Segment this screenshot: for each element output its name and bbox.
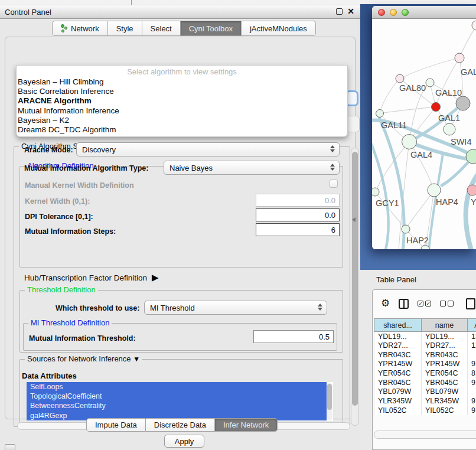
tab-network[interactable]: Network — [52, 21, 108, 36]
table-cell[interactable] — [468, 350, 476, 360]
column-header-cut[interactable]: A — [468, 319, 476, 332]
network-window-titlebar[interactable] — [372, 6, 476, 19]
minimize-traffic-light[interactable] — [390, 9, 397, 16]
node-hap4[interactable] — [428, 184, 441, 197]
table-cell[interactable]: YDL19... — [374, 332, 422, 341]
table-cell[interactable]: 8. — [468, 369, 476, 378]
table-row[interactable]: YPR145WYPR145W9. — [374, 360, 476, 369]
network-canvas[interactable]: GAL80GAL10GALGAL1GAL11SWI4GAL4GCY1HAP4YH… — [372, 19, 476, 249]
manual-kernel-checkbox[interactable] — [330, 180, 338, 188]
table-cell[interactable]: 9 — [468, 406, 476, 415]
columns-icon[interactable] — [399, 299, 409, 309]
node-hap2[interactable] — [402, 225, 410, 233]
node-gcy1[interactable] — [372, 188, 379, 196]
table-cell[interactable]: YDR27... — [422, 341, 468, 350]
tab-impute-data[interactable]: Impute Data — [86, 418, 146, 432]
table-cell[interactable]: YDL19... — [422, 332, 468, 341]
node-bottom[interactable] — [421, 245, 429, 249]
node-gray-gal10[interactable] — [456, 96, 470, 110]
dpi-tolerance-field[interactable]: 0.0 — [256, 208, 340, 221]
algorithm-option[interactable]: Mutual Information Inference — [17, 106, 347, 116]
zoom-traffic-light[interactable] — [402, 9, 409, 16]
algorithm-option[interactable]: ARACNE Algorithm — [17, 96, 347, 106]
tab-discretize-data[interactable]: Discretize Data — [146, 418, 215, 432]
node-table[interactable]: shared... name A YDL19...YDL19...13YDR27… — [374, 318, 476, 415]
table-row[interactable]: YBR043CYBR043C — [374, 350, 476, 360]
table-row[interactable]: YBL079WYBL079W — [374, 387, 476, 397]
mi-type-combo[interactable]: Naive Bayes — [164, 161, 340, 175]
table-row[interactable]: YDL19...YDL19...13 — [374, 332, 476, 341]
tab-infer-network[interactable]: Infer Network — [215, 418, 278, 432]
table-row[interactable]: YLR345WYLR345W9. — [374, 396, 476, 406]
kernel-width-field[interactable]: 0.0 — [256, 194, 340, 207]
attr-list-scrollbar[interactable] — [327, 383, 332, 420]
table-row[interactable]: YIL052CYIL052C9 — [374, 406, 476, 415]
node-gal11[interactable] — [376, 110, 384, 118]
tab-style[interactable]: Style — [108, 21, 142, 36]
node-green-top[interactable] — [426, 79, 434, 87]
table-row[interactable]: YER054CYER054C8. — [374, 369, 476, 378]
algorithm-option[interactable]: Bayesian – Hill Climbing — [17, 77, 347, 87]
close-icon[interactable]: ✕ — [347, 7, 354, 15]
table-cell[interactable]: 12 — [468, 341, 476, 350]
network-view-window[interactable]: GAL80GAL10GALGAL1GAL11SWI4GAL4GCY1HAP4YH… — [372, 6, 476, 249]
data-attribute-item[interactable]: SelfLoops — [27, 382, 327, 392]
data-attribute-item[interactable]: TopologicalCoefficient — [27, 392, 327, 401]
settings-scrollbar[interactable] — [351, 148, 359, 426]
table-cell[interactable]: YER054C — [422, 369, 468, 378]
algorithm-option[interactable]: Bayesian – K2 — [17, 116, 347, 125]
expand-arrow-icon[interactable]: ▼ — [133, 355, 140, 363]
table-cell[interactable]: YPR145W — [374, 360, 422, 369]
node-gal4[interactable] — [402, 135, 417, 149]
node-gal80[interactable] — [396, 74, 404, 83]
table-cell[interactable]: 9. — [468, 378, 476, 387]
tab-cyni-toolbox[interactable]: Cyni Toolbox — [181, 21, 242, 36]
table-cell[interactable]: YLR345W — [374, 396, 422, 406]
file-icon[interactable] — [466, 298, 475, 309]
node-red[interactable] — [432, 103, 441, 112]
table-hscrollbar[interactable] — [374, 431, 476, 439]
table-cell[interactable]: YBR045C — [422, 378, 468, 387]
table-cell[interactable]: YIL052C — [422, 406, 468, 415]
hub-definition-toggle[interactable]: Hub/Transcription Factor Definition ▶ — [24, 272, 159, 283]
table-cell[interactable]: YBL079W — [374, 387, 422, 397]
node-pink-top[interactable] — [455, 53, 464, 63]
table-cell[interactable]: 9. — [468, 360, 476, 369]
table-cell[interactable]: 13 — [468, 332, 476, 341]
algorithm-option[interactable]: Basic Correlation Inference — [17, 87, 347, 96]
mi-steps-field[interactable]: 6 — [256, 223, 340, 236]
table-row[interactable]: YDR27...YDR27...12 — [374, 341, 476, 350]
table-cell[interactable]: 9. — [468, 396, 476, 406]
data-attribute-item[interactable]: BetweennessCentrality — [27, 401, 327, 410]
column-header-shared-name[interactable]: shared... — [374, 319, 422, 332]
table-cell[interactable]: YBR045C — [374, 378, 422, 387]
table-cell[interactable]: YIL052C — [374, 406, 422, 415]
node-gal1[interactable] — [444, 123, 455, 135]
table-cell[interactable]: YBL079W — [422, 387, 468, 397]
select-all-checks-icon[interactable]: ✓ ✓ — [418, 301, 431, 306]
table-cell[interactable]: YBR043C — [422, 350, 468, 360]
algorithm-dropdown[interactable]: Select algorithm to view settings Bayesi… — [16, 65, 348, 137]
table-row[interactable]: YBR045CYBR045C9. — [374, 378, 476, 387]
table-cell[interactable]: YPR145W — [422, 360, 468, 369]
settings-scrollbar-thumb[interactable] — [352, 152, 358, 406]
mi-threshold-field[interactable]: 0.5 — [253, 330, 334, 343]
which-threshold-combo[interactable]: MI Threshold — [144, 301, 327, 315]
table-cell[interactable] — [468, 387, 476, 397]
tab-select[interactable]: Select — [142, 21, 181, 36]
float-window-icon[interactable] — [336, 8, 343, 15]
table-cell[interactable]: YBR043C — [374, 350, 422, 360]
attr-list-scrollbar-thumb[interactable] — [327, 384, 332, 410]
table-cell[interactable]: YDR27... — [374, 341, 422, 350]
column-header-name[interactable]: name — [422, 319, 468, 332]
apply-button[interactable]: Apply — [164, 435, 204, 448]
table-cell[interactable]: YLR345W — [422, 396, 468, 406]
table-cell[interactable]: YER054C — [374, 369, 422, 378]
close-traffic-light[interactable] — [378, 9, 385, 16]
algorithm-option[interactable]: Dream8 DC_TDC Algorithm — [17, 125, 347, 135]
node-pink-right[interactable] — [467, 185, 476, 195]
splitter-arrow-icon[interactable] — [352, 217, 356, 222]
panel-corner-chip[interactable] — [5, 444, 15, 450]
aracne-mode-combo[interactable]: Discovery — [76, 142, 340, 156]
data-attributes-list[interactable]: SelfLoopsTopologicalCoefficientBetweenne… — [27, 382, 333, 421]
